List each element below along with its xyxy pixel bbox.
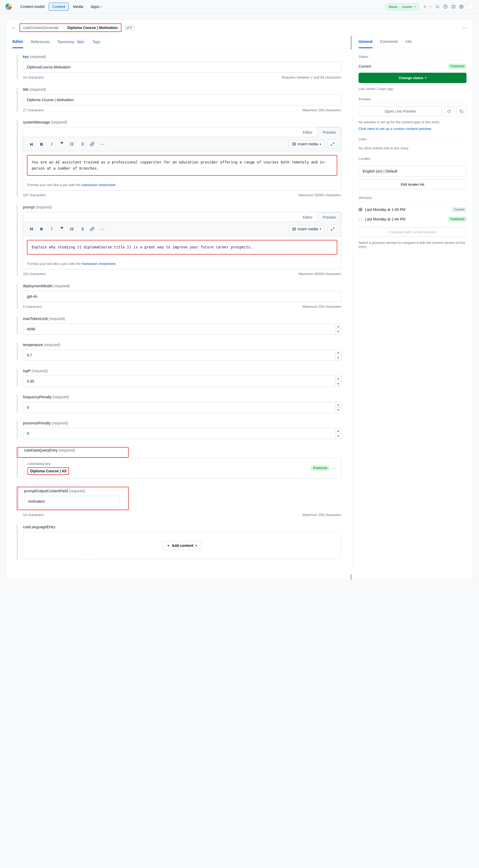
- side-tab-general[interactable]: General: [359, 36, 372, 48]
- external-link-icon[interactable]: [444, 106, 454, 116]
- step-up-icon[interactable]: ▲: [335, 428, 341, 434]
- italic-icon[interactable]: I: [47, 140, 56, 148]
- expand-icon[interactable]: [328, 225, 337, 233]
- markdown-cheatsheet-link[interactable]: markdown cheatsheet: [82, 183, 115, 187]
- version-row[interactable]: Last Monday at 1:45 PM Current: [359, 205, 467, 214]
- step-down-icon[interactable]: ▼: [335, 381, 341, 386]
- rt-footer: Format your text like a pro with the mar…: [23, 258, 341, 269]
- tab-taxonomy[interactable]: TaxonomyNew: [57, 36, 85, 48]
- version-row[interactable]: Last Monday at 1:44 PM Published: [359, 214, 467, 224]
- step-down-icon[interactable]: ▼: [335, 355, 341, 361]
- scrollbar-thumb[interactable]: [351, 574, 352, 580]
- references-count-pill[interactable]: 0: [125, 25, 134, 30]
- field-max-token-limit: maxTokenLimit (required) ▲▼: [17, 317, 341, 335]
- page-shell: ← cuteContentGenerate / Diploma Course |…: [6, 20, 473, 580]
- frequency-penalty-input[interactable]: [23, 402, 341, 413]
- open-live-preview-button[interactable]: Open Live Preview: [359, 106, 442, 116]
- bold-icon[interactable]: B: [37, 140, 46, 148]
- link-icon[interactable]: [88, 140, 97, 148]
- radio-icon[interactable]: [359, 217, 362, 221]
- title-input[interactable]: [23, 94, 341, 105]
- launch-icon[interactable]: ⎋: [424, 4, 426, 9]
- step-up-icon[interactable]: ▲: [335, 350, 341, 355]
- avatar[interactable]: [467, 3, 474, 10]
- setup-preview-link[interactable]: Click here to set up a custom content pr…: [359, 127, 467, 131]
- temperature-input[interactable]: [23, 350, 341, 361]
- ol-icon[interactable]: [78, 140, 87, 148]
- copy-icon[interactable]: [456, 106, 467, 116]
- entry-actions-menu[interactable]: ⋯: [462, 25, 468, 31]
- step-up-icon[interactable]: ▲: [335, 402, 341, 408]
- tab-tags[interactable]: Tags: [92, 36, 100, 48]
- ul-icon[interactable]: [67, 225, 77, 233]
- insert-media-label: Insert media: [298, 227, 318, 231]
- nav-content[interactable]: Content: [49, 3, 69, 11]
- ul-icon[interactable]: [67, 140, 77, 148]
- bold-icon[interactable]: B: [37, 225, 46, 233]
- prompt-text[interactable]: Explain why studying {{ diplomaCourse.ti…: [27, 240, 337, 254]
- system-message-text[interactable]: You are an AI assistant trained as a pro…: [27, 155, 337, 176]
- italic-icon[interactable]: I: [47, 225, 56, 233]
- side-tab-info[interactable]: Info: [406, 36, 412, 48]
- heading-icon[interactable]: H: [27, 140, 36, 148]
- step-down-icon[interactable]: ▼: [335, 329, 341, 334]
- rt-tab-editor[interactable]: Editor: [298, 212, 318, 222]
- deployment-model-input[interactable]: [23, 291, 341, 302]
- prompt-output-input[interactable]: [24, 496, 120, 507]
- more-icon[interactable]: ⋯: [98, 140, 107, 148]
- scrollbar-thumb[interactable]: [351, 36, 352, 50]
- nav-apps[interactable]: Apps▾: [87, 3, 105, 10]
- nav-content-model[interactable]: Content model: [17, 3, 48, 10]
- top-p-input[interactable]: [23, 376, 341, 387]
- reference-menu-icon[interactable]: ⋯: [332, 465, 337, 471]
- compare-button[interactable]: Compare with current version: [359, 227, 467, 237]
- svg-rect-34: [461, 111, 463, 113]
- settings-icon[interactable]: [459, 4, 463, 9]
- env-space: Blank: [389, 5, 397, 9]
- max-token-limit-input[interactable]: [23, 323, 341, 335]
- reference-card[interactable]: cuteDataQuery Diploma Course | All Publi…: [23, 458, 341, 479]
- rt-tab-preview[interactable]: Preview: [318, 127, 341, 137]
- add-content-button[interactable]: + Add content ▾: [163, 541, 201, 550]
- presence-penalty-input[interactable]: [23, 428, 341, 439]
- environment-selector[interactable]: Blank › master ⑂: [386, 3, 419, 10]
- expand-icon[interactable]: [328, 140, 337, 148]
- insert-media-button[interactable]: Insert media ▾: [289, 140, 325, 148]
- insert-media-button[interactable]: Insert media ▾: [289, 225, 325, 233]
- side-tab-comments[interactable]: Comments: [380, 36, 398, 48]
- nav-media[interactable]: Media: [70, 3, 86, 10]
- step-up-icon[interactable]: ▲: [335, 324, 341, 329]
- rt-tab-editor[interactable]: Editor: [298, 127, 318, 137]
- radio-icon[interactable]: [359, 208, 362, 211]
- back-arrow-icon[interactable]: ←: [11, 25, 16, 31]
- tab-editor[interactable]: Editor: [12, 36, 23, 48]
- search-icon[interactable]: [435, 4, 440, 9]
- more-icon[interactable]: ⋯: [98, 225, 107, 233]
- svg-line-31: [333, 228, 334, 229]
- chevron-right-icon: ›: [399, 5, 400, 9]
- breadcrumb-parent[interactable]: cuteContentGenerate: [23, 26, 59, 30]
- key-input[interactable]: [23, 62, 341, 73]
- book-icon[interactable]: [451, 4, 455, 9]
- field-title: title (required) 27 charactersMaximum 25…: [17, 87, 341, 112]
- link-icon[interactable]: [88, 225, 97, 233]
- change-status-button[interactable]: Change status▾: [359, 73, 467, 83]
- char-limit: Maximum 50000 characters: [299, 193, 341, 197]
- step-up-icon[interactable]: ▲: [335, 376, 341, 381]
- quote-icon[interactable]: ❞: [57, 140, 66, 148]
- rt-tab-preview[interactable]: Preview: [318, 212, 341, 222]
- upload-icon[interactable]: ↑: [430, 4, 431, 9]
- version-badge: Current: [452, 207, 467, 212]
- svg-line-33: [449, 110, 450, 112]
- help-icon[interactable]: [443, 4, 448, 9]
- ol-icon[interactable]: [78, 225, 87, 233]
- edit-locales-button[interactable]: Edit locales list: [359, 180, 467, 189]
- step-down-icon[interactable]: ▼: [335, 433, 341, 439]
- markdown-cheatsheet-link[interactable]: markdown cheatsheet: [82, 262, 115, 266]
- heading-icon[interactable]: H: [27, 225, 36, 233]
- quote-icon[interactable]: ❞: [57, 225, 66, 233]
- step-down-icon[interactable]: ▼: [335, 407, 341, 413]
- tab-references[interactable]: References: [31, 36, 50, 48]
- field-label: maxTokenLimit (required): [23, 317, 341, 321]
- locale-value: English (en) | Default: [359, 165, 467, 177]
